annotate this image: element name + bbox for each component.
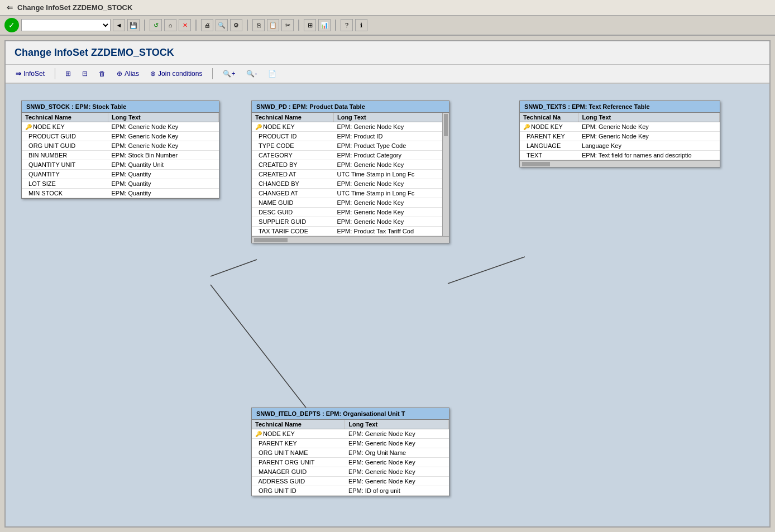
title-bar: ⇐ Change InfoSet ZZDEMO_STOCK bbox=[0, 0, 775, 16]
join-icon: ⊛ bbox=[150, 70, 156, 78]
table-row[interactable]: PARENT KEY EPM: Generic Node Key bbox=[520, 132, 720, 141]
svg-line-0 bbox=[211, 260, 257, 276]
back-button[interactable]: ◄ bbox=[113, 19, 125, 31]
texts-col-longtext: Long Text bbox=[578, 113, 719, 122]
info-button[interactable]: ℹ bbox=[355, 19, 367, 31]
table-row[interactable]: 🔑NODE KEY EPM: Generic Node Key bbox=[252, 122, 449, 132]
table-row[interactable]: PRODUCT ID EPM: Product ID bbox=[252, 132, 449, 141]
table-row[interactable]: PARENT KEY EPM: Generic Node Key bbox=[252, 439, 449, 448]
product-table: SNWD_PD : EPM: Product Data Table Techni… bbox=[251, 100, 449, 243]
table-row[interactable]: CREATED BY EPM: Generic Node Key bbox=[252, 160, 449, 170]
zoom-in-button[interactable]: 🔍+ bbox=[219, 69, 238, 79]
table-row[interactable]: 🔑NODE KEY EPM: Generic Node Key bbox=[22, 122, 219, 132]
cut-button[interactable]: ✂ bbox=[281, 19, 294, 31]
table-row[interactable]: BIN NUMBER EPM: Stock Bin Number bbox=[22, 151, 219, 160]
alias-button[interactable]: ⊕ Alias bbox=[113, 69, 142, 79]
table-row[interactable]: TEXT EPM: Text field for names and descr… bbox=[520, 151, 720, 160]
key-icon: 🔑 bbox=[25, 124, 32, 130]
table-row[interactable]: 🔑NODE KEY EPM: Generic Node Key bbox=[252, 429, 449, 439]
texts-table: SNWD_TEXTS : EPM: Text Reference Table T… bbox=[519, 100, 720, 167]
stock-col-longtext: Long Text bbox=[108, 113, 218, 122]
home-button[interactable]: ⌂ bbox=[164, 19, 176, 31]
product-col-longtext: Long Text bbox=[333, 113, 448, 122]
table-row[interactable]: CHANGED AT UTC Time Stamp in Long Fc bbox=[252, 189, 449, 198]
product-vscrollbar[interactable] bbox=[442, 113, 449, 236]
delete-icon: 🗑 bbox=[99, 70, 106, 78]
add-table-button[interactable]: ⊞ bbox=[62, 69, 74, 79]
find-button[interactable]: 🔍 bbox=[216, 19, 228, 31]
table-row[interactable]: NAME GUID EPM: Generic Node Key bbox=[252, 198, 449, 208]
separator-3 bbox=[247, 20, 248, 31]
table-row[interactable]: MIN STOCK EPM: Quantity bbox=[22, 189, 219, 198]
delete-button[interactable]: 🗑 bbox=[95, 69, 109, 79]
table-row[interactable]: CHANGED BY EPM: Generic Node Key bbox=[252, 179, 449, 189]
alias-icon: ⊕ bbox=[117, 70, 122, 78]
table-row[interactable]: ORG UNIT NAME EPM: Org Unit Name bbox=[252, 448, 449, 458]
separator-4 bbox=[298, 20, 299, 31]
table-row[interactable]: CREATED AT UTC Time Stamp in Long Fc bbox=[252, 170, 449, 179]
product-hscrollbar[interactable] bbox=[252, 236, 449, 243]
table-row[interactable]: MANAGER GUID EPM: Generic Node Key bbox=[252, 467, 449, 477]
save-button[interactable]: 💾 bbox=[127, 19, 140, 31]
action-sep-1 bbox=[55, 68, 55, 79]
table-row[interactable]: CATEGORY EPM: Product Category bbox=[252, 151, 449, 160]
confirm-button[interactable]: ✓ bbox=[4, 18, 19, 32]
refresh-button[interactable]: ↺ bbox=[150, 19, 162, 31]
table-row[interactable]: QUANTITY UNIT EPM: Quantity Unit bbox=[22, 160, 219, 170]
texts-table-header: SNWD_TEXTS : EPM: Text Reference Table bbox=[520, 101, 720, 113]
action-sep-2 bbox=[212, 68, 213, 79]
grid-button[interactable]: ⊞ bbox=[304, 19, 316, 31]
stock-col-techname: Technical Name bbox=[22, 113, 108, 122]
copy-button[interactable]: ⎘ bbox=[252, 19, 265, 31]
title-bar-icon: ⇐ bbox=[7, 3, 13, 12]
arrow-icon: ⇒ bbox=[16, 70, 21, 78]
table-row[interactable]: PARENT ORG UNIT EPM: Generic Node Key bbox=[252, 458, 449, 467]
key-icon: 🔑 bbox=[523, 124, 530, 130]
table-row[interactable]: PRODUCT GUID EPM: Generic Node Key bbox=[22, 132, 219, 141]
stock-table-header: SNWD_STOCK : EPM: Stock Table bbox=[22, 101, 219, 113]
hscroll-thumb bbox=[254, 238, 288, 242]
key-icon: 🔑 bbox=[255, 431, 262, 437]
chart-button[interactable]: 📊 bbox=[318, 19, 331, 31]
table-row[interactable]: TAX TARIF CODE EPM: Product Tax Tariff C… bbox=[252, 227, 449, 236]
table-row[interactable]: DESC GUID EPM: Generic Node Key bbox=[252, 208, 449, 217]
texts-hscrollbar[interactable] bbox=[520, 160, 720, 167]
table-row[interactable]: SUPPLIER GUID EPM: Generic Node Key bbox=[252, 217, 449, 227]
command-dropdown[interactable] bbox=[21, 19, 111, 31]
table-row[interactable]: ADDRESS GUID EPM: Generic Node Key bbox=[252, 477, 449, 486]
infoset-label: InfoSet bbox=[23, 70, 45, 78]
infoset-button[interactable]: ⇒ InfoSet bbox=[12, 69, 48, 79]
page-header: Change InfoSet ZZDEMO_STOCK bbox=[6, 41, 769, 65]
stop-button[interactable]: ✕ bbox=[179, 19, 191, 31]
table-row[interactable]: 🔑NODE KEY EPM: Generic Node Key bbox=[520, 122, 720, 132]
product-col-techname: Technical Name bbox=[252, 113, 333, 122]
separator-1 bbox=[144, 20, 145, 31]
zoom-out-button[interactable]: 🔍- bbox=[243, 69, 260, 79]
hscroll-thumb2 bbox=[522, 162, 550, 166]
svg-line-2 bbox=[448, 257, 525, 284]
export-button[interactable]: 📄 bbox=[265, 69, 280, 79]
print-button[interactable]: 🖨 bbox=[201, 19, 213, 31]
table-row[interactable]: LOT SIZE EPM: Quantity bbox=[22, 179, 219, 189]
add-table-icon: ⊞ bbox=[65, 70, 71, 78]
add-table2-button[interactable]: ⊟ bbox=[79, 69, 91, 79]
table-row[interactable]: TYPE CODE EPM: Product Type Code bbox=[252, 141, 449, 151]
page-title: Change InfoSet ZZDEMO_STOCK bbox=[15, 47, 760, 59]
depts-col-longtext: Long Text bbox=[345, 420, 449, 429]
canvas-area[interactable]: SNWD_STOCK : EPM: Stock Table Technical … bbox=[6, 84, 769, 526]
table-row[interactable]: LANGUAGE Language Key bbox=[520, 141, 720, 151]
join-conditions-button[interactable]: ⊛ Join conditions bbox=[147, 69, 205, 79]
table-row[interactable]: ORG UNIT ID EPM: ID of org unit bbox=[252, 486, 449, 496]
export-icon: 📄 bbox=[268, 70, 276, 78]
paste-button[interactable]: 📋 bbox=[267, 19, 279, 31]
help-button[interactable]: ? bbox=[341, 19, 353, 31]
table-row[interactable]: ORG UNIT GUID EPM: Generic Node Key bbox=[22, 141, 219, 151]
depts-table: SNWD_ITELO_DEPTS : EPM: Organisational U… bbox=[251, 408, 449, 496]
table-row[interactable]: QUANTITY EPM: Quantity bbox=[22, 170, 219, 179]
main-content: Change InfoSet ZZDEMO_STOCK ⇒ InfoSet ⊞ … bbox=[4, 40, 771, 528]
zoom-out-icon: 🔍- bbox=[246, 70, 257, 78]
scroll-thumb bbox=[444, 114, 448, 136]
join-label: Join conditions bbox=[158, 70, 202, 78]
settings-button[interactable]: ⚙ bbox=[230, 19, 242, 31]
zoom-in-icon: 🔍+ bbox=[223, 70, 235, 78]
